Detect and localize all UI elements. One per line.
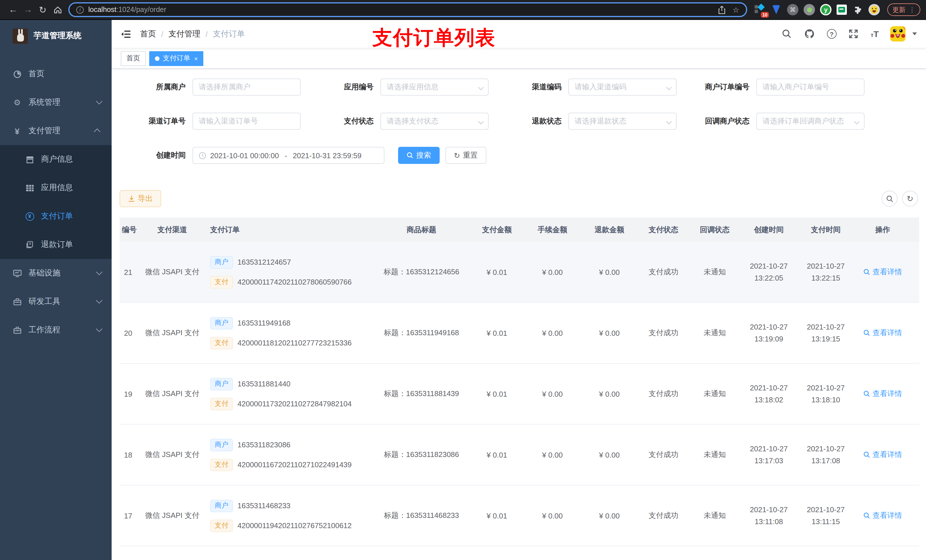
fullscreen-icon[interactable] <box>848 28 859 39</box>
filter-input[interactable]: 请选择所属商户 <box>192 78 301 96</box>
placeholder-text: 请输入商户订单编号 <box>763 82 829 92</box>
pay-channel: 微信 JSAPI 支付 <box>137 267 208 277</box>
view-detail-link[interactable]: 查看详情 <box>863 510 902 521</box>
filter-select[interactable]: 请选择退款状态 <box>568 113 676 130</box>
puzzle-extensions-icon[interactable] <box>852 4 863 15</box>
breadcrumb-pay-management[interactable]: 支付管理 <box>169 29 200 39</box>
filter-input[interactable]: 请输入渠道订单号 <box>192 113 301 130</box>
search-button[interactable]: 搜索 <box>398 147 440 164</box>
browser-forward-icon[interactable]: → <box>21 2 35 17</box>
filter-select[interactable]: 请选择应用信息 <box>380 78 489 96</box>
browser-menu-icon[interactable]: ⋮ <box>909 6 915 14</box>
sidebar-item-6[interactable]: 退款订单 <box>0 231 112 259</box>
sidebar-item-2[interactable]: ¥支付管理 <box>0 117 112 145</box>
sidebar-item-3[interactable]: 商户信息 <box>0 145 112 174</box>
balloon-extension-icon[interactable] <box>770 4 782 15</box>
github-icon[interactable] <box>804 28 816 39</box>
create-time: 2021-10-2713:18:02 <box>740 382 797 406</box>
bookmark-star-icon[interactable]: ☆ <box>733 5 739 14</box>
pay-time: 2021-10-2713:19:15 <box>797 321 854 345</box>
column-header-3: 商品标题 <box>373 225 470 235</box>
chat-extension-icon[interactable] <box>837 5 847 15</box>
table-row-4: 17微信 JSAPI 支付商户1635311468233支付4200001194… <box>120 486 919 546</box>
sidebar-item-4[interactable]: 应用信息 <box>0 174 112 202</box>
row-id: 19 <box>120 389 137 398</box>
filter-label: 回调商户状态 <box>683 116 756 126</box>
placeholder-text: 请选择应用信息 <box>387 82 439 92</box>
sidebar-item-1[interactable]: ⚙系统管理 <box>0 88 112 117</box>
fee-amount: ¥ 0.00 <box>524 511 581 520</box>
pay-status: 支付成功 <box>638 267 689 277</box>
view-detail-link[interactable]: 查看详情 <box>863 389 902 399</box>
sidebar-item-0[interactable]: 首页 <box>0 60 112 88</box>
recorder-extension-icon[interactable] <box>803 4 815 15</box>
tag-tab-label: 首页 <box>126 53 140 63</box>
table-header-row: 编号支付渠道支付订单商品标题支付金额手续金额退款金额支付状态回调状态创建时间支付… <box>120 217 919 242</box>
browser-update-button[interactable]: 更新 ⋮ <box>887 3 920 16</box>
avatar-caret-icon[interactable] <box>912 32 917 35</box>
sidebar-item-9[interactable]: 工作流程 <box>0 316 112 344</box>
browser-back-icon[interactable]: ← <box>6 2 21 17</box>
font-size-icon[interactable]: тT <box>871 29 879 39</box>
export-button[interactable]: 导出 <box>120 190 161 207</box>
filter-field-4: 渠道订单号请输入渠道订单号 <box>120 113 307 130</box>
browser-reload-icon[interactable]: ↻ <box>35 2 50 17</box>
order-number: 1635312124657 <box>238 258 291 266</box>
filter-input[interactable]: 请输入商户订单编号 <box>756 78 864 96</box>
pay-time: 2021-10-2713:22:15 <box>797 260 854 284</box>
tag-tab-0[interactable]: 首页 <box>121 51 146 66</box>
chevron-down-icon <box>96 98 103 104</box>
pay-order-cell: 商户1635311949168支付42000011812021102777232… <box>208 317 373 349</box>
refresh-button[interactable]: ↻ <box>902 191 918 207</box>
create-time: 2021-10-2713:11:08 <box>740 504 797 528</box>
sidebar-fold-icon[interactable] <box>121 29 131 38</box>
browser-home-icon[interactable] <box>50 2 65 17</box>
row-id: 20 <box>120 329 137 337</box>
column-header-7: 支付状态 <box>638 225 689 235</box>
product-title: 标题：1635312124656 <box>373 267 470 277</box>
view-detail-link[interactable]: 查看详情 <box>863 328 902 338</box>
sidebar-item-label: 工作流程 <box>29 325 61 335</box>
emoji-extension-icon[interactable] <box>869 4 880 15</box>
site-info-icon[interactable]: i <box>76 6 84 14</box>
merchant-tag: 商户 <box>210 438 233 451</box>
view-detail-link[interactable]: 查看详情 <box>863 450 902 460</box>
filter-select[interactable]: 请选择支付状态 <box>380 113 489 130</box>
sidebar-item-7[interactable]: 基础设施 <box>0 259 112 287</box>
chevron-down-icon <box>478 85 484 90</box>
list-toolbar: 导出 ↻ <box>112 181 926 207</box>
share-icon[interactable] <box>719 5 726 14</box>
pay-amount: ¥ 0.01 <box>470 389 524 398</box>
tag-tab-1[interactable]: 支付订单× <box>149 51 204 66</box>
sidebar-item-5[interactable]: ¥支付订单 <box>0 202 112 231</box>
sidebar-item-8[interactable]: 研发工具 <box>0 287 112 316</box>
date-end-value[interactable]: 2021-10-31 23:59:59 <box>293 151 362 160</box>
column-header-10: 支付时间 <box>797 225 854 235</box>
filter-select[interactable]: 请选择订单回调商户状态 <box>756 113 864 130</box>
address-bar[interactable]: i localhost:1024/pay/order ☆ <box>68 2 747 17</box>
filter-label: 退款状态 <box>495 116 568 126</box>
tag-tab-label: 支付订单 <box>163 53 190 63</box>
y-extension-icon[interactable]: y <box>820 4 831 15</box>
toggle-search-button[interactable] <box>882 191 897 207</box>
order-number: 4200001181202110277723215336 <box>238 339 352 347</box>
create-time-range-picker[interactable]: 2021-10-01 00:00:00 - 2021-10-31 23:59:5… <box>192 147 384 164</box>
date-separator: - <box>284 151 287 160</box>
view-detail-link[interactable]: 查看详情 <box>863 267 902 277</box>
tasks-extension-icon[interactable]: 10 <box>754 4 766 15</box>
close-tab-icon[interactable]: × <box>194 55 198 62</box>
command-extension-icon[interactable]: ⌘ <box>787 4 799 15</box>
user-avatar[interactable] <box>890 26 905 42</box>
help-icon[interactable]: ? <box>827 29 837 39</box>
header-search-icon[interactable] <box>781 28 793 39</box>
filter-field-7: 回调商户状态请选择订单回调商户状态 <box>683 113 872 130</box>
app-navbar: 首页 / 支付管理 / 支付订单 支付订单列表 ? тT <box>112 20 926 48</box>
date-start-value[interactable]: 2021-10-01 00:00:00 <box>210 151 279 160</box>
filter-label: 商户订单编号 <box>683 82 756 92</box>
filter-select[interactable]: 请输入渠道编码 <box>568 78 676 96</box>
filter-field-0: 所属商户请选择所属商户 <box>120 78 307 96</box>
breadcrumb-home[interactable]: 首页 <box>140 29 156 39</box>
sidebar-logo[interactable]: 芋道管理系统 <box>0 20 112 52</box>
create-time: 2021-10-2713:19:09 <box>740 321 797 345</box>
reset-button[interactable]: ↻ 重置 <box>445 147 486 164</box>
